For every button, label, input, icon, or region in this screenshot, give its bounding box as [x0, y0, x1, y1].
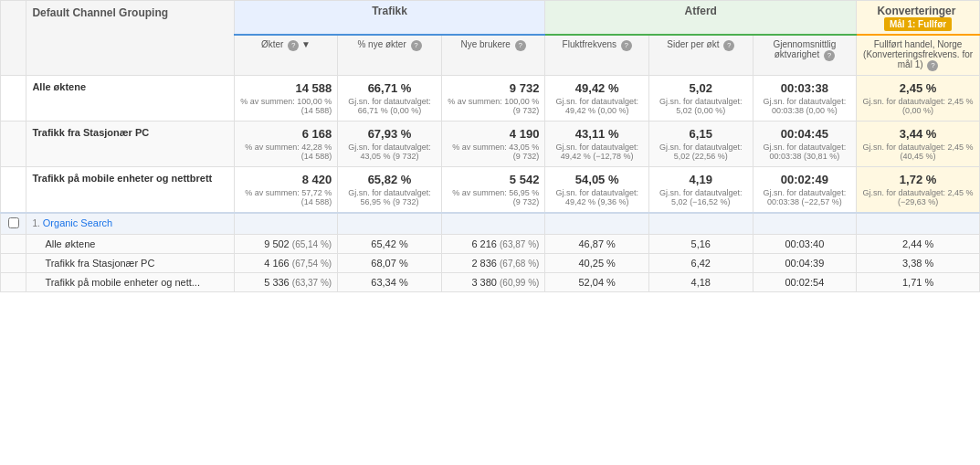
organic-sub2-sider: 4,18: [648, 273, 753, 292]
help-icon-okter[interactable]: ?: [288, 40, 299, 51]
row-label-stasjonar: Trafikk fra Stasjonær PC: [26, 122, 234, 167]
organic-sub0-sider: 5,16: [648, 235, 753, 254]
help-icon-nye-pct[interactable]: ?: [411, 40, 422, 51]
organic-checkbox-input[interactable]: [8, 217, 19, 228]
table-row-stasjonar: Trafikk fra Stasjonær PC 6 168 % av summ…: [1, 122, 980, 167]
cell-alle-tid: 00:03:38 Gj.sn. for datautvalget: 00:03:…: [753, 76, 857, 122]
help-icon-tid[interactable]: ?: [824, 50, 835, 61]
trafikk-section-header: Trafikk: [234, 1, 545, 36]
checkbox-alle[interactable]: [1, 76, 26, 122]
cell-stasjonar-nye-pct: 67,93 % Gj.sn. for datautvalget: 43,05 %…: [338, 122, 442, 167]
organic-search-row: 1. Organic Search: [1, 213, 980, 235]
organic-search-link[interactable]: Organic Search: [43, 217, 112, 228]
organic-sub1-sider: 6,42: [648, 254, 753, 273]
organic-sub1-checkbox: [1, 254, 26, 273]
organic-sider-empty: [648, 213, 753, 235]
organic-sub1-tid: 00:04:39: [753, 254, 857, 273]
cell-alle-nye-bru: 9 732 % av summen: 100,00 % (9 732): [441, 76, 545, 122]
organic-sub0-label: Alle øktene: [26, 235, 234, 254]
cell-mobil-nye-bru: 5 542 % av summen: 56,95 % (9 732): [441, 167, 545, 214]
cell-mobil-sider: 4,19 Gj.sn. for datautvalget: 5,02 (−16,…: [648, 167, 753, 214]
checkbox-mobil[interactable]: [1, 167, 26, 214]
cell-stasjonar-konv: 3,44 % Gj.sn. for datautvalget: 2,45 % (…: [857, 122, 980, 167]
help-icon-nye-bru[interactable]: ?: [515, 40, 526, 51]
cell-alle-konv: 2,45 % Gj.sn. for datautvalget: 2,45 % (…: [857, 76, 980, 122]
organic-sub0-tid: 00:03:40: [753, 235, 857, 254]
organic-sub-row-2: Trafikk på mobile enheter og nett... 5 3…: [1, 273, 980, 292]
col-header-sider: Sider per økt ?: [648, 35, 753, 76]
organic-sub0-nye-pct: 65,42 %: [338, 235, 442, 254]
table-row-alle-okter: Alle øktene 14 588 % av summen: 100,00 %…: [1, 76, 980, 122]
organic-sub0-checkbox: [1, 235, 26, 254]
maal-tab[interactable]: Mål 1: Fullfør: [884, 17, 952, 31]
organic-nye-bru-empty: [441, 213, 545, 235]
organic-sub2-checkbox: [1, 273, 26, 292]
cell-mobil-nye-pct: 65,82 % Gj.sn. for datautvalget: 56,95 %…: [338, 167, 442, 214]
cell-alle-nye-pct: 66,71 % Gj.sn. for datautvalget: 66,71 %…: [338, 76, 442, 122]
help-icon-konv[interactable]: ?: [927, 60, 938, 71]
cell-alle-flukt: 49,42 % Gj.sn. for datautvalget: 49,42 %…: [545, 76, 649, 122]
checkbox-organic[interactable]: [1, 213, 26, 235]
organic-tid-empty: [753, 213, 857, 235]
col-header-nye-pct: % nye økter ?: [338, 35, 442, 76]
cell-stasjonar-tid: 00:04:45 Gj.sn. for datautvalget: 00:03:…: [753, 122, 857, 167]
row-label-alle: Alle øktene: [26, 76, 234, 122]
cell-stasjonar-nye-bru: 4 190 % av summen: 43,05 % (9 732): [441, 122, 545, 167]
cell-mobil-konv: 1,72 % Gj.sn. for datautvalget: 2,45 % (…: [857, 167, 980, 214]
cell-stasjonar-okter: 6 168 % av summen: 42,28 % (14 588): [234, 122, 338, 167]
organic-sub1-label: Trafikk fra Stasjonær PC: [26, 254, 234, 273]
organic-sub0-okter: 9 502 (65,14 %): [234, 235, 338, 254]
organic-sub1-konv: 3,38 %: [857, 254, 980, 273]
organic-sub2-nye-bru: 3 380 (60,99 %): [441, 273, 545, 292]
organic-sub0-konv: 2,44 %: [857, 235, 980, 254]
organic-sub1-nye-bru: 2 836 (67,68 %): [441, 254, 545, 273]
sort-icon[interactable]: ▼: [301, 39, 311, 49]
organic-sub2-nye-pct: 63,34 %: [338, 273, 442, 292]
konverteringer-section-header: Konverteringer Mål 1: Fullfør: [857, 1, 980, 36]
organic-sub1-nye-pct: 68,07 %: [338, 254, 442, 273]
cell-stasjonar-flukt: 43,11 % Gj.sn. for datautvalget: 49,42 %…: [545, 122, 649, 167]
checkbox-stasjonar[interactable]: [1, 122, 26, 167]
organic-sub2-okter: 5 336 (63,37 %): [234, 273, 338, 292]
grouping-title: Default Channel Grouping: [26, 1, 234, 76]
organic-sub1-okter: 4 166 (67,54 %): [234, 254, 338, 273]
col-header-tid: Gjennomsnittlig øktvarighet ?: [753, 35, 857, 76]
organic-sub2-tid: 00:02:54: [753, 273, 857, 292]
col-header-konv: Fullført handel, Norge (Konverteringsfre…: [857, 35, 980, 76]
organic-sub2-flukt: 52,04 %: [545, 273, 649, 292]
col-header-flukt: Fluktfrekvens ?: [545, 35, 649, 76]
col-header-nye-bru: Nye brukere ?: [441, 35, 545, 76]
col-header-okter: Økter ? ▼: [234, 35, 338, 76]
help-icon-sider[interactable]: ?: [723, 40, 734, 51]
organic-sub0-flukt: 46,87 %: [545, 235, 649, 254]
organic-sub2-konv: 1,71 %: [857, 273, 980, 292]
cell-mobil-okter: 8 420 % av summen: 57,72 % (14 588): [234, 167, 338, 214]
organic-sub-row-0: Alle øktene 9 502 (65,14 %) 65,42 % 6 21…: [1, 235, 980, 254]
cell-mobil-tid: 00:02:49 Gj.sn. for datautvalget: 00:03:…: [753, 167, 857, 214]
cell-alle-sider: 5,02 Gj.sn. for datautvalget: 5,02 (0,00…: [648, 76, 753, 122]
checkbox-header: [1, 1, 26, 76]
atferd-section-header: Atferd: [545, 1, 857, 36]
organic-sub-row-1: Trafikk fra Stasjonær PC 4 166 (67,54 %)…: [1, 254, 980, 273]
organic-nye-pct-empty: [338, 213, 442, 235]
organic-konv-empty: [857, 213, 980, 235]
table-row-mobil: Trafikk på mobile enheter og nettbrett 8…: [1, 167, 980, 214]
help-icon-flukt[interactable]: ?: [621, 40, 632, 51]
organic-sub2-label: Trafikk på mobile enheter og nett...: [26, 273, 234, 292]
organic-sub1-flukt: 40,25 %: [545, 254, 649, 273]
cell-mobil-flukt: 54,05 % Gj.sn. for datautvalget: 49,42 %…: [545, 167, 649, 214]
row-label-mobil: Trafikk på mobile enheter og nettbrett: [26, 167, 234, 214]
cell-alle-okter: 14 588 % av summen: 100,00 % (14 588): [234, 76, 338, 122]
organic-flukt-empty: [545, 213, 649, 235]
organic-label-cell: 1. Organic Search: [26, 213, 234, 235]
organic-okter-empty: [234, 213, 338, 235]
organic-sub0-nye-bru: 6 216 (63,87 %): [441, 235, 545, 254]
cell-stasjonar-sider: 6,15 Gj.sn. for datautvalget: 5,02 (22,5…: [648, 122, 753, 167]
